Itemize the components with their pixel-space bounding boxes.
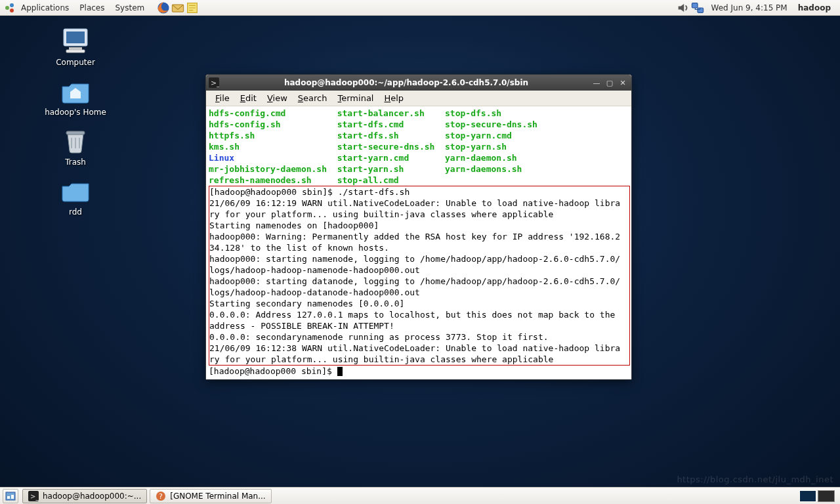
watermark: https://blog.csdn.net/jlu_mdh_inet	[677, 474, 833, 484]
bottom-panel: >_ hadoop@hadoop000:~... ? [GNOME Termin…	[0, 487, 840, 504]
taskbar-item-label: [GNOME Terminal Man...	[170, 492, 265, 501]
notes-icon[interactable]	[185, 1, 200, 15]
svg-text:>_: >_	[30, 493, 39, 501]
menu-terminal[interactable]: Terminal	[333, 92, 379, 104]
workspace-2[interactable]	[818, 490, 835, 502]
distro-icon	[4, 2, 16, 14]
network-icon[interactable]	[690, 1, 705, 15]
desktop-icon-label: Trash	[65, 158, 86, 167]
firefox-icon[interactable]	[156, 1, 171, 15]
svg-rect-17	[11, 495, 14, 499]
menu-places[interactable]: Places	[74, 3, 110, 12]
panel-user[interactable]: hadoop	[794, 3, 836, 12]
terminal-icon: >_	[209, 77, 219, 88]
computer-icon	[60, 26, 91, 55]
desktop-icon-label: hadoop's Home	[45, 108, 106, 117]
panel-clock[interactable]: Wed Jun 9, 4:15 PM	[705, 3, 794, 12]
menu-file[interactable]: File	[210, 92, 235, 104]
desktop-icon-label: Computer	[56, 58, 95, 67]
svg-rect-12	[66, 131, 85, 135]
desktop-icon-home[interactable]: hadoop's Home	[26, 76, 125, 117]
svg-rect-11	[66, 50, 85, 52]
svg-rect-16	[7, 496, 10, 499]
svg-rect-7	[698, 8, 704, 12]
workspace-1[interactable]	[799, 490, 816, 502]
menu-applications[interactable]: Applications	[16, 3, 74, 12]
svg-rect-10	[69, 47, 82, 50]
menu-help[interactable]: Help	[379, 92, 409, 104]
close-button[interactable]: ✕	[617, 77, 629, 88]
desktop-icon-label: rdd	[69, 207, 82, 217]
svg-rect-6	[692, 3, 698, 7]
folder-icon	[60, 176, 91, 205]
terminal-icon: >_	[28, 491, 39, 501]
taskbar-item-terminal[interactable]: >_ hadoop@hadoop000:~...	[22, 489, 147, 503]
titlebar[interactable]: >_ hadoop@hadoop000:~/app/hadoop-2.6.0-c…	[206, 75, 631, 91]
menu-view[interactable]: View	[262, 92, 293, 104]
svg-point-1	[10, 3, 14, 7]
home-folder-icon	[60, 76, 91, 105]
volume-icon[interactable]	[676, 1, 690, 15]
desktop-icon-rdd[interactable]: rdd	[26, 176, 125, 217]
workspace-switcher[interactable]	[799, 490, 837, 502]
mail-icon[interactable]	[171, 1, 185, 15]
desktop-icon-trash[interactable]: Trash	[26, 126, 125, 167]
svg-point-2	[10, 9, 14, 12]
menu-system[interactable]: System	[110, 3, 150, 12]
svg-text:>_: >_	[211, 79, 219, 87]
window-title: hadoop@hadoop000:~/app/hadoop-2.6.0-cdh5…	[223, 78, 589, 87]
taskbar-item-label: hadoop@hadoop000:~...	[43, 492, 141, 501]
svg-text:?: ?	[159, 492, 163, 501]
svg-point-0	[5, 6, 9, 10]
menu-search[interactable]: Search	[293, 92, 333, 104]
help-icon: ?	[156, 491, 166, 501]
top-panel: Applications Places System Wed Jun 9, 4:…	[0, 0, 840, 16]
svg-rect-9	[66, 32, 85, 43]
terminal-body[interactable]: hdfs-config.cmd start-balancer.sh stop-d…	[206, 106, 631, 379]
desktop-icons: Computer hadoop's Home Trash rdd	[26, 26, 125, 226]
trash-icon	[60, 126, 91, 155]
terminal-window: >_ hadoop@hadoop000:~/app/hadoop-2.6.0-c…	[205, 74, 632, 380]
show-desktop-button[interactable]	[3, 489, 18, 503]
menu-edit[interactable]: Edit	[235, 92, 262, 104]
taskbar-item-help[interactable]: ? [GNOME Terminal Man...	[150, 489, 271, 503]
minimize-button[interactable]: —	[591, 77, 602, 88]
maximize-button[interactable]: ▢	[604, 77, 616, 88]
desktop-icon-computer[interactable]: Computer	[26, 26, 125, 67]
menubar: File Edit View Search Terminal Help	[206, 91, 631, 106]
